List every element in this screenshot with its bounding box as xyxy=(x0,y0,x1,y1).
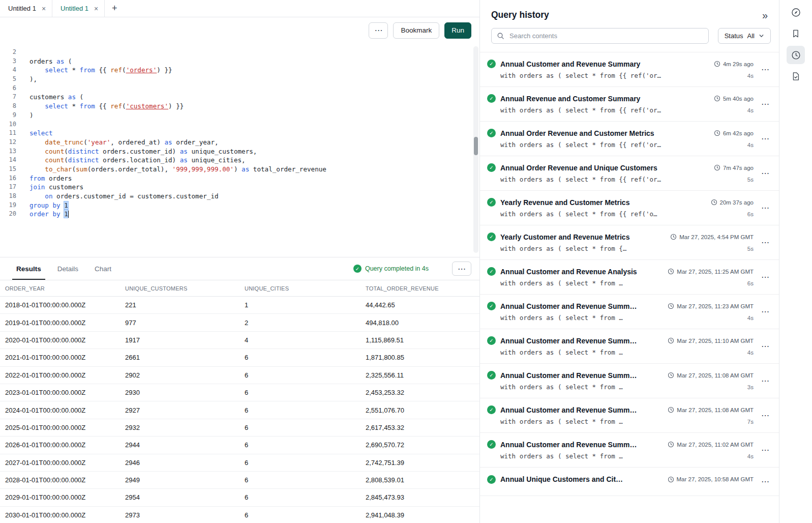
results-more-button[interactable]: ⋯ xyxy=(452,262,471,276)
item-menu-button[interactable]: ⋯ xyxy=(759,374,771,388)
editor-scrollbar[interactable] xyxy=(473,46,478,253)
code-line: count(distinct orders.customer_id) as un… xyxy=(29,147,479,156)
query-timestamp: Mar 27, 2025, 4:54 PM GMT xyxy=(664,234,754,240)
query-history-item[interactable]: ✓Annual Customer and Revenue Summ…Mar 27… xyxy=(480,329,779,364)
table-row[interactable]: 2030-01-01T00:00:00.000Z297362,941,048.3… xyxy=(0,507,479,523)
query-timestamp: 4m 29s ago xyxy=(708,61,754,67)
table-cell: 2,845,473.93 xyxy=(360,493,479,501)
query-preview: with orders as ( select * from {{ ref('o… xyxy=(500,141,707,149)
query-history-item[interactable]: ✓Annual Customer and Revenue Summ…Mar 27… xyxy=(480,433,779,468)
query-title: Annual Order Revenue and Unique Customer… xyxy=(500,164,707,172)
query-timestamp: Mar 27, 2025, 11:08 AM GMT xyxy=(661,372,754,379)
table-cell: 2927 xyxy=(120,406,239,414)
compass-icon[interactable] xyxy=(787,3,805,21)
line-number: 12 xyxy=(0,138,16,147)
close-icon[interactable]: × xyxy=(42,5,46,12)
item-menu-button[interactable]: ⋯ xyxy=(759,475,771,488)
item-menu-button[interactable]: ⋯ xyxy=(759,305,771,318)
item-menu-button[interactable]: ⋯ xyxy=(759,201,771,215)
query-history-item[interactable]: ✓Yearly Customer and Revenue MetricsMar … xyxy=(480,225,779,260)
editor-pane: Untitled 1 × Untitled 1 × + ⋯ Bookmark R… xyxy=(0,0,480,523)
tab-untitled-2[interactable]: Untitled 1 × xyxy=(52,0,105,17)
query-duration: 5s xyxy=(747,177,754,183)
table-row[interactable]: 2018-01-01T00:00:00.000Z221144,442.65 xyxy=(0,297,479,314)
table-row[interactable]: 2020-01-01T00:00:00.000Z191741,115,869.5… xyxy=(0,332,479,349)
item-menu-button[interactable]: ⋯ xyxy=(759,63,771,76)
table-row[interactable]: 2023-01-01T00:00:00.000Z293062,453,253.3… xyxy=(0,384,479,401)
table-cell: 2930 xyxy=(120,389,239,396)
bookmarks-icon[interactable] xyxy=(787,24,805,43)
query-duration: 7s xyxy=(747,419,754,425)
table-cell: 2021-01-01T00:00:00.000Z xyxy=(0,354,120,361)
line-number: 17 xyxy=(0,183,16,192)
table-row[interactable]: 2029-01-01T00:00:00.000Z295462,845,473.9… xyxy=(0,489,479,506)
code-line: ), xyxy=(29,75,479,84)
query-history-icon[interactable] xyxy=(787,46,805,64)
item-menu-button[interactable]: ⋯ xyxy=(759,443,771,457)
tab-results[interactable]: Results xyxy=(16,257,41,280)
code-line: from orders xyxy=(29,174,479,183)
query-history-item[interactable]: ✓Annual Customer and Revenue Summ…Mar 27… xyxy=(480,364,779,398)
query-history-item[interactable]: ✓Yearly Revenue and Customer Metrics20m … xyxy=(480,191,779,225)
table-row[interactable]: 2022-01-01T00:00:00.000Z290262,325,556.1… xyxy=(0,367,479,384)
item-menu-button[interactable]: ⋯ xyxy=(759,97,771,111)
tab-details[interactable]: Details xyxy=(57,257,78,280)
scrollbar-thumb[interactable] xyxy=(474,137,478,155)
query-history-item[interactable]: ✓Annual Order Revenue and Unique Custome… xyxy=(480,156,779,191)
status-filter-dropdown[interactable]: Status All xyxy=(718,28,771,44)
item-menu-button[interactable]: ⋯ xyxy=(759,339,771,353)
item-menu-button[interactable]: ⋯ xyxy=(759,236,771,249)
clock-icon xyxy=(668,303,674,309)
table-row[interactable]: 2024-01-01T00:00:00.000Z292762,551,076.7… xyxy=(0,401,479,419)
table-row[interactable]: 2025-01-01T00:00:00.000Z293262,617,453.3… xyxy=(0,419,479,437)
collapse-panel-icon[interactable]: » xyxy=(762,10,768,20)
clock-icon xyxy=(668,337,674,344)
query-title: Yearly Customer and Revenue Metrics xyxy=(500,233,663,241)
query-history-item[interactable]: ✓Annual Revenue and Customer Summary5m 4… xyxy=(480,87,779,122)
query-history-item[interactable]: ✓Annual Unique Customers and Cit…Mar 27,… xyxy=(480,468,779,496)
editor-gutter: 234567891011121314151617181920 xyxy=(0,48,22,257)
bookmark-button[interactable]: Bookmark xyxy=(393,22,439,39)
tab-untitled-1[interactable]: Untitled 1 × xyxy=(0,0,52,17)
table-row[interactable]: 2026-01-01T00:00:00.000Z294462,690,570.7… xyxy=(0,437,479,454)
file-check-icon[interactable] xyxy=(787,67,805,85)
query-history-item[interactable]: ✓Annual Customer and Revenue Summ…Mar 27… xyxy=(480,398,779,433)
app-root: Untitled 1 × Untitled 1 × + ⋯ Bookmark R… xyxy=(0,0,812,523)
table-cell: 2 xyxy=(239,319,360,327)
new-tab-button[interactable]: + xyxy=(105,0,124,17)
search-box[interactable] xyxy=(491,28,709,44)
table-cell: 2019-01-01T00:00:00.000Z xyxy=(0,319,120,327)
query-history-panel: Query history » Status All ✓Annual Custo… xyxy=(480,0,779,523)
search-input[interactable] xyxy=(508,32,703,40)
line-number: 3 xyxy=(0,57,16,66)
query-history-item[interactable]: ✓Annual Order Revenue and Customer Metri… xyxy=(480,122,779,156)
query-history-item[interactable]: ✓Annual Customer and Revenue AnalysisMar… xyxy=(480,260,779,295)
sql-editor[interactable]: 234567891011121314151617181920 orders as… xyxy=(0,43,479,257)
close-icon[interactable]: × xyxy=(94,5,98,12)
query-timestamp: 20m 37s ago xyxy=(705,199,754,206)
editor-code[interactable]: orders as ( select * from {{ ref('orders… xyxy=(22,48,479,257)
run-button[interactable]: Run xyxy=(444,22,471,39)
search-icon xyxy=(497,32,504,40)
tab-chart[interactable]: Chart xyxy=(95,257,111,280)
item-menu-button[interactable]: ⋯ xyxy=(759,409,771,422)
query-status: ✓ Query completed in 4s xyxy=(353,265,429,273)
item-menu-button[interactable]: ⋯ xyxy=(759,132,771,146)
line-number: 6 xyxy=(0,84,16,93)
query-history-item[interactable]: ✓Annual Customer and Revenue Summary4m 2… xyxy=(480,52,779,87)
query-title: Annual Customer and Revenue Summ… xyxy=(500,441,660,449)
status-filter-value: All xyxy=(747,32,755,40)
table-cell: 1 xyxy=(239,301,360,309)
code-line xyxy=(29,84,479,93)
clock-icon xyxy=(668,476,674,483)
clock-icon xyxy=(668,372,674,379)
table-row[interactable]: 2028-01-01T00:00:00.000Z294962,808,539.0… xyxy=(0,472,479,489)
query-duration: 4s xyxy=(747,315,754,321)
item-menu-button[interactable]: ⋯ xyxy=(759,166,771,180)
query-history-item[interactable]: ✓Annual Customer and Revenue Summ…Mar 27… xyxy=(480,295,779,329)
table-row[interactable]: 2019-01-01T00:00:00.000Z9772494,818.00 xyxy=(0,314,479,331)
item-menu-button[interactable]: ⋯ xyxy=(759,270,771,284)
more-options-button[interactable]: ⋯ xyxy=(369,22,388,39)
table-row[interactable]: 2021-01-01T00:00:00.000Z266161,871,800.8… xyxy=(0,349,479,366)
table-row[interactable]: 2027-01-01T00:00:00.000Z294662,742,751.3… xyxy=(0,454,479,472)
